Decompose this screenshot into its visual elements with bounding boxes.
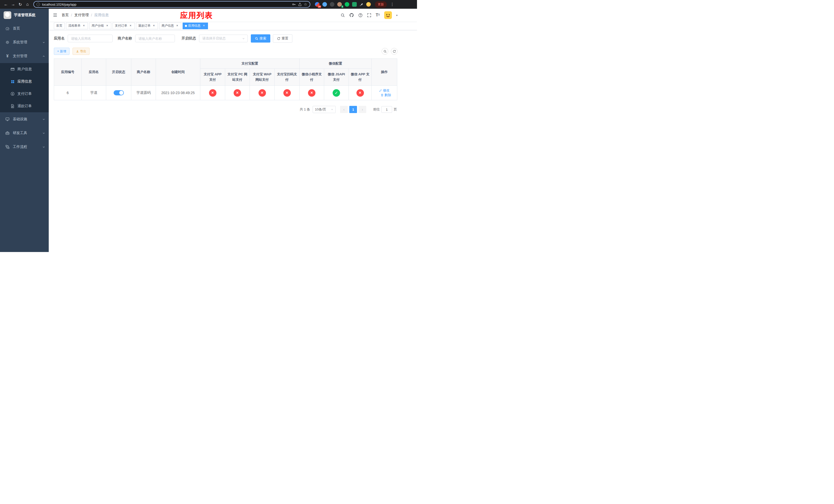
browser-reload-icon[interactable]: ↻: [17, 1, 24, 8]
table-row: 6 芋道 芋道源码 2021-10-23 08:49:25 × × × × × …: [54, 86, 397, 100]
tab-process-form[interactable]: 流程表单 ×: [66, 23, 88, 29]
app-title: 芋道管理系统: [14, 13, 36, 18]
merchant-name-input[interactable]: [135, 35, 175, 42]
close-icon[interactable]: ×: [202, 24, 206, 28]
sidebar-item-refund-orders[interactable]: 退款订单: [0, 100, 49, 112]
chevron-down-icon: [42, 145, 45, 148]
page-unit-label: 页: [394, 107, 397, 112]
goto-page: 前往 页: [373, 106, 397, 113]
caret-down-icon[interactable]: ▾: [396, 14, 397, 17]
browser-home-icon[interactable]: ⌂: [24, 1, 31, 8]
sidebar-item-devtools[interactable]: 研发工具: [0, 126, 49, 140]
tab-merchant-info[interactable]: 商户信息 ×: [159, 23, 181, 29]
sidebar-item-payment-orders[interactable]: 支付订单: [0, 88, 49, 100]
reset-button[interactable]: 重置: [273, 35, 292, 43]
table-toolbar: + 新增 导出: [54, 48, 397, 55]
edit-button[interactable]: 修改: [379, 88, 390, 93]
font-size-icon[interactable]: TT: [376, 13, 380, 17]
col-header-actions: 操作: [372, 59, 397, 86]
top-navbar: 首页 / 支付管理 / 应用信息 应用列表: [49, 9, 417, 22]
sidebar-item-system[interactable]: 系统管理: [0, 36, 49, 49]
chrome-update-button[interactable]: 更新: [375, 1, 387, 8]
password-key-icon[interactable]: [292, 2, 296, 6]
next-page-button[interactable]: ›: [358, 106, 366, 113]
browser-menu-icon[interactable]: ⋮: [389, 2, 395, 7]
address-bar[interactable]: i localhost:1024/pay/app ☆: [33, 1, 310, 8]
avatar[interactable]: [384, 11, 392, 19]
fullscreen-icon[interactable]: [367, 13, 371, 18]
sidebar-item-label: 基础设施: [13, 117, 41, 121]
plus-icon: +: [57, 49, 59, 53]
sidebar-item-infra[interactable]: 基础设施: [0, 112, 49, 126]
extension-icon[interactable]: [322, 2, 327, 7]
app-name-input[interactable]: [68, 35, 113, 42]
tab-home[interactable]: 首页: [54, 23, 65, 29]
search-button[interactable]: 搜索: [251, 35, 270, 43]
sidebar-collapse-icon[interactable]: [53, 13, 58, 18]
url-text: localhost:1024/pay/app: [42, 3, 290, 6]
delete-button[interactable]: 删除: [380, 93, 391, 97]
tab-app-info[interactable]: 应用信息 ×: [182, 23, 208, 29]
search-icon[interactable]: [341, 13, 345, 18]
tab-refund-orders[interactable]: 退款订单 ×: [136, 23, 158, 29]
yen-icon: ¥: [5, 54, 10, 59]
extension-icon[interactable]: [352, 2, 357, 7]
status-label: 开启状态: [181, 36, 196, 41]
breadcrumb-home[interactable]: 首页: [62, 13, 69, 18]
sidebar-logo-row[interactable]: 芋道管理系统: [0, 9, 49, 22]
sidebar-item-home[interactable]: 首页: [0, 22, 49, 36]
close-icon[interactable]: ×: [129, 24, 132, 28]
goto-page-input[interactable]: [381, 106, 392, 113]
sidebar-item-label: 商户信息: [18, 67, 49, 71]
sidebar-item-payment[interactable]: ¥ 支付管理: [0, 49, 49, 63]
help-icon[interactable]: [358, 13, 363, 18]
cell-created: 2021-10-23 08:49:25: [156, 86, 200, 100]
bookmark-star-icon[interactable]: ☆: [304, 2, 307, 7]
status-toggle[interactable]: [114, 90, 124, 95]
sidebar-item-label: 退款订单: [18, 104, 49, 109]
extension-icon[interactable]: [345, 2, 349, 7]
emoji-extension-icon[interactable]: [366, 2, 371, 7]
document-icon: [10, 104, 15, 109]
breadcrumb: 首页 / 支付管理 / 应用信息: [62, 13, 109, 18]
goto-label: 前往: [373, 107, 380, 112]
close-icon[interactable]: ×: [152, 24, 156, 28]
sidebar-item-merchant-info[interactable]: 商户信息: [0, 63, 49, 75]
hide-search-button[interactable]: [381, 48, 388, 54]
refresh-button[interactable]: [391, 48, 397, 54]
sidebar-item-app-info[interactable]: 应用信息: [0, 75, 49, 88]
export-button[interactable]: 导出: [72, 48, 89, 55]
current-page[interactable]: 1: [349, 106, 357, 113]
col-header-alipay-qr: 支付宝扫码支付: [275, 69, 300, 86]
extension-icon[interactable]: 1: [337, 2, 342, 7]
share-icon[interactable]: [298, 3, 302, 6]
extension-icon[interactable]: 10: [315, 2, 320, 7]
browser-forward-icon[interactable]: →: [10, 1, 16, 8]
tab-payment-orders[interactable]: 支付订单 ×: [113, 23, 135, 29]
breadcrumb-payment[interactable]: 支付管理: [74, 13, 89, 18]
prev-page-button[interactable]: ‹: [340, 106, 348, 113]
extension-icon[interactable]: [330, 2, 334, 7]
app-logo: [4, 11, 11, 19]
close-icon[interactable]: ×: [105, 24, 109, 28]
site-info-icon[interactable]: i: [37, 3, 40, 6]
pin-icon[interactable]: [359, 3, 364, 6]
sidebar-item-workflow[interactable]: 工作流程: [0, 140, 49, 154]
sidebar: 芋道管理系统 首页 系统管理 ¥ 支付管理: [0, 9, 49, 252]
app-name-label: 应用名: [54, 36, 65, 41]
close-icon[interactable]: ×: [175, 24, 179, 28]
col-header-wx-lite: 微信小程序支付: [300, 69, 324, 86]
tab-user-group[interactable]: 用户分组 ×: [89, 23, 111, 29]
browser-back-icon[interactable]: ←: [3, 1, 9, 8]
tags-view-bar: 首页 流程表单 × 用户分组 × 支付订单 × 退款订单 × 商户信息 ×: [49, 22, 417, 30]
page-size-select[interactable]: 10条/页: [313, 106, 336, 113]
github-icon[interactable]: [349, 13, 354, 18]
breadcrumb-separator: /: [71, 13, 72, 17]
status-select[interactable]: 请选择开启状态: [199, 35, 248, 42]
alipay-pc-status-icon: ×: [234, 89, 241, 97]
close-icon[interactable]: ×: [82, 24, 86, 28]
cell-actions: 修改 删除: [372, 86, 397, 100]
add-button[interactable]: + 新增: [54, 48, 69, 55]
group-header-alipay: 支付宝配置: [200, 59, 300, 69]
cell-name: 芋道: [82, 86, 106, 100]
